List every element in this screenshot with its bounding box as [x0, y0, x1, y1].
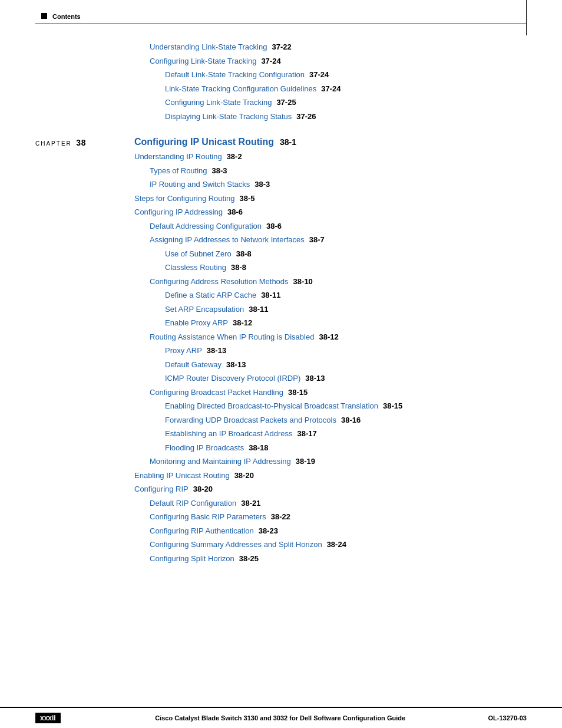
pre-entry-page-1: 37-24 [261, 55, 280, 67]
chapter-entry-page-26: 38-22 [271, 511, 290, 523]
pre-entry-link-4[interactable]: Configuring Link-State Tracking [165, 97, 272, 108]
chapter-entry-link-17[interactable]: Configuring Broadcast Packet Handling [150, 387, 283, 398]
chapter-entry-26: Configuring Basic RIP Parameters38-22 [150, 511, 515, 523]
chapter-entry-18: Enabling Directed Broadcast-to-Physical … [165, 400, 515, 412]
chapter-38-block: CHAPTER 38 Configuring IP Unicast Routin… [35, 137, 515, 566]
chapter-entry-25: Default RIP Configuration38-21 [150, 498, 515, 509]
chapter-entry-15: Default Gateway38-13 [165, 359, 515, 371]
chapter-entry-link-5[interactable]: Default Addressing Configuration [150, 220, 262, 232]
chapter-entry-link-12[interactable]: Enable Proxy ARP [165, 317, 228, 329]
chapter-entry-20: Establishing an IP Broadcast Address38-1… [165, 428, 515, 440]
footer-right-text: OL-13270-03 [488, 714, 527, 722]
chapter-entry-page-25: 38-21 [241, 498, 260, 509]
chapter-entry-link-1[interactable]: Types of Routing [150, 165, 207, 177]
pre-entry-4: Configuring Link-State Tracking37-25 [165, 97, 515, 108]
page-number: xxxii [35, 713, 61, 723]
chapter-entry-3: Steps for Configuring Routing38-5 [134, 193, 515, 205]
top-rule [35, 24, 527, 24]
chapter-entry-page-2: 38-3 [254, 179, 270, 190]
pre-entry-link-0[interactable]: Understanding Link-State Tracking [150, 41, 267, 53]
chapter-entry-link-22[interactable]: Monitoring and Maintaining IP Addressing [150, 456, 291, 467]
chapter-entry-1: Types of Routing38-3 [150, 165, 515, 177]
chapter-page: 38-1 [280, 137, 296, 147]
chapter-entry-link-14[interactable]: Proxy ARP [165, 345, 202, 357]
chapter-entry-6: Assigning IP Addresses to Network Interf… [150, 234, 515, 246]
chapter-entry-link-28[interactable]: Configuring Summary Addresses and Split … [150, 539, 322, 551]
footer-center-text: Cisco Catalyst Blade Switch 3130 and 303… [72, 714, 488, 722]
chapter-entry-page-8: 38-8 [231, 262, 246, 274]
chapter-entry-16: ICMP Router Discovery Protocol (IRDP)38-… [165, 373, 515, 384]
chapter-entry-page-23: 38-20 [234, 470, 254, 482]
chapter-entry-link-16[interactable]: ICMP Router Discovery Protocol (IRDP) [165, 373, 300, 384]
chapter-entry-link-23[interactable]: Enabling IP Unicast Routing [134, 470, 230, 482]
chapter-entry-page-12: 38-12 [233, 317, 252, 329]
pre-entry-link-3[interactable]: Link-State Tracking Configuration Guidel… [165, 83, 316, 95]
chapter-title-line: Configuring IP Unicast Routing 38-1 [134, 137, 296, 147]
chapter-entry-page-22: 38-19 [296, 456, 315, 467]
chapter-entry-link-7[interactable]: Use of Subnet Zero [165, 248, 232, 260]
chapter-entry-page-27: 38-23 [259, 525, 278, 537]
chapter-entry-link-2[interactable]: IP Routing and Switch Stacks [150, 179, 250, 190]
pre-entry-link-1[interactable]: Configuring Link-State Tracking [150, 55, 256, 67]
chapter-entry-link-10[interactable]: Define a Static ARP Cache [165, 289, 256, 301]
chapter-entry-10: Define a Static ARP Cache38-11 [165, 289, 515, 301]
pre-entry-page-4: 37-25 [276, 97, 296, 108]
chapter-entry-11: Set ARP Encapsulation38-11 [165, 304, 515, 315]
chapter-entry-link-0[interactable]: Understanding IP Routing [134, 151, 222, 163]
chapter-entry-link-21[interactable]: Flooding IP Broadcasts [165, 442, 244, 454]
page-container: Contents Understanding Link-State Tracki… [0, 0, 562, 728]
chapter-entry-29: Configuring Split Horizon38-25 [150, 553, 515, 565]
pre-entry-link-2[interactable]: Default Link-State Tracking Configuratio… [165, 69, 305, 81]
chapter-entry-page-7: 38-8 [236, 248, 252, 260]
pre-entry-page-2: 37-24 [309, 69, 329, 81]
chapter-entry-link-8[interactable]: Classless Routing [165, 262, 226, 274]
chapter-entry-link-19[interactable]: Forwarding UDP Broadcast Packets and Pro… [165, 414, 336, 426]
pre-entry-page-3: 37-24 [321, 83, 340, 95]
chapter-entry-link-3[interactable]: Steps for Configuring Routing [134, 193, 235, 205]
chapter-label: CHAPTER 38 [35, 138, 86, 147]
chapter-entry-14: Proxy ARP38-13 [165, 345, 515, 357]
chapter-entry-link-4[interactable]: Configuring IP Addressing [134, 206, 223, 218]
chapter-title-link[interactable]: Configuring IP Unicast Routing [134, 137, 274, 147]
chapter-number: 38 [76, 138, 86, 147]
chapter-entry-page-11: 38-11 [249, 304, 268, 315]
bottom-bar: xxxii Cisco Catalyst Blade Switch 3130 a… [0, 707, 562, 728]
chapter-entry-page-18: 38-15 [383, 400, 402, 412]
chapter-entry-21: Flooding IP Broadcasts38-18 [165, 442, 515, 454]
pre-entry-2: Default Link-State Tracking Configuratio… [165, 69, 515, 81]
chapter-entry-page-13: 38-12 [319, 331, 338, 343]
chapter-entry-link-9[interactable]: Configuring Address Resolution Methods [150, 276, 289, 288]
chapter-entry-link-18[interactable]: Enabling Directed Broadcast-to-Physical … [165, 400, 378, 412]
chapter-entry-page-17: 38-15 [288, 387, 308, 398]
pre-chapter-content: Understanding Link-State Tracking37-22Co… [134, 41, 515, 124]
chapter-entry-link-6[interactable]: Assigning IP Addresses to Network Interf… [150, 234, 305, 246]
chapter-entry-page-21: 38-18 [249, 442, 268, 454]
chapter-entry-link-13[interactable]: Routing Assistance When IP Routing is Di… [150, 331, 314, 343]
chapter-entry-link-27[interactable]: Configuring RIP Authentication [150, 525, 254, 537]
page-header: Contents [41, 13, 81, 20]
chapter-entry-7: Use of Subnet Zero38-8 [165, 248, 515, 260]
chapter-entry-page-10: 38-11 [261, 289, 280, 301]
pre-entry-link-5[interactable]: Displaying Link-State Tracking Status [165, 111, 292, 123]
chapter-entry-page-29: 38-25 [239, 553, 259, 565]
chapter-entry-27: Configuring RIP Authentication38-23 [150, 525, 515, 537]
chapter-entry-link-15[interactable]: Default Gateway [165, 359, 222, 371]
chapter-entry-19: Forwarding UDP Broadcast Packets and Pro… [165, 414, 515, 426]
pre-entry-1: Configuring Link-State Tracking37-24 [150, 55, 515, 67]
top-right-rule [526, 0, 527, 35]
chapter-entry-link-25[interactable]: Default RIP Configuration [150, 498, 236, 509]
chapter-entry-link-26[interactable]: Configuring Basic RIP Parameters [150, 511, 266, 523]
chapter-entry-page-6: 38-7 [309, 234, 325, 246]
chapter-entry-24: Configuring RIP38-20 [134, 483, 515, 495]
chapter-entry-link-11[interactable]: Set ARP Encapsulation [165, 304, 244, 315]
chapter-entry-link-20[interactable]: Establishing an IP Broadcast Address [165, 428, 293, 440]
chapter-entry-13: Routing Assistance When IP Routing is Di… [150, 331, 515, 343]
chapter-entry-page-1: 38-3 [212, 165, 227, 177]
chapter-entry-5: Default Addressing Configuration38-6 [150, 220, 515, 232]
chapter-entry-page-16: 38-13 [305, 373, 325, 384]
chapter-entries: Understanding IP Routing38-2Types of Rou… [134, 151, 515, 564]
chapter-entry-link-24[interactable]: Configuring RIP [134, 483, 189, 495]
chapter-entry-link-29[interactable]: Configuring Split Horizon [150, 553, 234, 565]
pre-entry-0: Understanding Link-State Tracking37-22 [150, 41, 515, 53]
pre-entry-page-0: 37-22 [272, 41, 291, 53]
